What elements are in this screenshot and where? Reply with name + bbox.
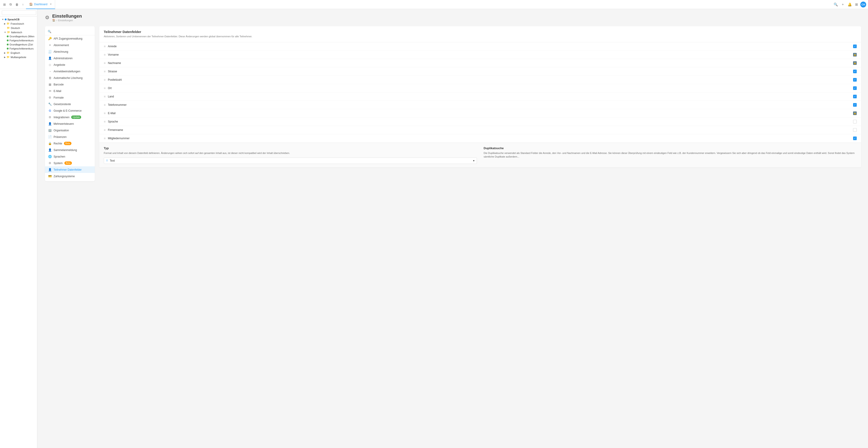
drag-handle-icon[interactable]: ≡: [104, 78, 105, 82]
nav-item-integrationen[interactable]: ⚙ Integrationen Update: [45, 114, 95, 121]
anmelde-icon: →: [48, 70, 52, 73]
tree-item-italienisch[interactable]: ▼ 📁 Italienisch: [0, 30, 37, 34]
field-row-strasse: ≡ Strasse ✓: [99, 67, 861, 76]
tab-dashboard[interactable]: 🏠 Dashboard ✕: [26, 0, 55, 9]
drag-handle-icon[interactable]: ≡: [104, 136, 105, 140]
nav-item-barcode[interactable]: ▦ Barcode: [45, 81, 95, 88]
add-icon-btn[interactable]: ＋: [840, 1, 845, 7]
nav-item-system[interactable]: ⚙ System Beta: [45, 160, 95, 166]
nav-item-administratoren[interactable]: 👤 Administratoren: [45, 55, 95, 62]
navigate-up-btn[interactable]: ↑: [21, 2, 25, 7]
nav-item-email[interactable]: ✉ E-Mail: [45, 88, 95, 94]
participant-fields-card: Teilnehmer Datenfelder Aktivieren, Sorti…: [99, 26, 861, 167]
field-checkbox-ort[interactable]: ✓: [853, 86, 857, 90]
nav-item-google[interactable]: G Google & E-Commerce: [45, 107, 95, 114]
drag-handle-icon[interactable]: ≡: [104, 61, 105, 65]
field-checkbox-strasse[interactable]: ✓: [853, 70, 857, 73]
field-checkbox-telefon[interactable]: ✓: [853, 103, 857, 107]
drag-handle-icon[interactable]: ≡: [104, 95, 105, 98]
trash-icon-btn[interactable]: 🗑: [14, 2, 20, 7]
tree-label-grundlagenkurs-zueri: Grundlagenkurs (Züri: [9, 43, 33, 46]
beta-badge-rechte: Beta: [64, 142, 71, 145]
nav-item-abonnement[interactable]: ≡ Abonnement: [45, 42, 95, 49]
drag-handle-icon[interactable]: ≡: [104, 53, 105, 57]
tabs-area: 🏠 Dashboard ✕: [26, 0, 832, 9]
apps-icon-btn[interactable]: ⊞: [854, 2, 859, 7]
chevron-down-icon: ▼: [4, 31, 6, 33]
type-select-dropdown[interactable]: T Text ▾: [104, 158, 477, 164]
chevron-down-icon: ▼: [2, 18, 4, 21]
nav-item-sammel[interactable]: 👤 Sammelanmeldung: [45, 147, 95, 153]
drag-handle-icon[interactable]: ≡: [104, 128, 105, 132]
field-row-sprache: ≡ Sprache: [99, 118, 861, 126]
field-checkbox-firmenname[interactable]: [853, 128, 857, 132]
drag-handle-icon[interactable]: ≡: [104, 103, 105, 107]
field-row-anrede: ≡ Anrede ✓: [99, 42, 861, 51]
nav-item-loeschung[interactable]: 🗑 Automatische Löschung: [45, 74, 95, 81]
drag-handle-icon[interactable]: ≡: [104, 111, 105, 115]
copy-icon-btn[interactable]: ⧉: [8, 2, 13, 7]
zahlung-icon: 💳: [48, 174, 52, 178]
nav-label-praesenzen: Präsenzen: [54, 135, 66, 138]
avatar[interactable]: CH: [860, 2, 866, 7]
drag-handle-icon[interactable]: ≡: [104, 120, 105, 123]
nav-item-rechte[interactable]: 🔒 Rechte Beta: [45, 140, 95, 147]
drag-handle-icon[interactable]: ≡: [104, 44, 105, 48]
nav-item-sprachen[interactable]: 🌐 Sprachen: [45, 153, 95, 160]
nav-item-angebote[interactable]: ◇ Angebote: [45, 62, 95, 68]
nav-item-formate[interactable]: ⚙ Formate: [45, 94, 95, 101]
sidebar-search-input[interactable]: [2, 10, 36, 15]
field-checkbox-vorname[interactable]: 🔒: [853, 53, 857, 57]
tree-item-fortgeschrittenenkurs-2[interactable]: Fortgeschrittenenkurs: [0, 46, 37, 51]
nav-item-organisation[interactable]: 🏢 Organisation: [45, 127, 95, 134]
nav-label-rechte: Rechte: [54, 142, 62, 145]
tree-item-multiangebote[interactable]: ▶ 📁 Multiangebote: [0, 55, 37, 59]
formate-icon: ⚙: [48, 96, 52, 99]
main-content: ⚙ Einstellungen 🏠 › Einstellungen 🔍: [38, 9, 868, 448]
tree-item-deutsch[interactable]: 📁 Deutsch: [0, 26, 37, 30]
field-checkbox-email[interactable]: 🔒: [853, 111, 857, 115]
field-checkbox-sprache[interactable]: [853, 120, 857, 123]
grid-icon-btn[interactable]: ⊞: [2, 2, 7, 7]
nav-item-mehrwert[interactable]: 👤 Mehrwertsteuern: [45, 121, 95, 127]
nav-item-abrechnung[interactable]: 🧾 Abrechnung: [45, 49, 95, 55]
sidebar: 🔍 ▼ SprachCB ▶ 📁 Französisch 📁 Deutsch: [0, 9, 37, 448]
chevron-right-icon: ▶: [4, 52, 6, 54]
sammel-icon: 👤: [48, 148, 52, 152]
organisation-icon: 🏢: [48, 129, 52, 132]
nav-item-praesenzen[interactable]: 📄 Präsenzen: [45, 134, 95, 140]
search-icon-btn[interactable]: 🔍: [833, 2, 839, 7]
tree-item-grundlagenkurs-zueri[interactable]: Grundlagenkurs (Züri: [0, 42, 37, 46]
sidebar-search-area: 🔍: [0, 9, 37, 17]
settings-layout: 🔍 🔑 API Zugangsverwaltung ≡ Abonnement 🧾…: [45, 26, 861, 181]
drag-handle-icon[interactable]: ≡: [104, 70, 105, 73]
nav-label-sammel: Sammelanmeldung: [54, 149, 77, 152]
nav-item-gesetze[interactable]: 🔧 Gesetzestexte: [45, 101, 95, 107]
nav-item-anmelde[interactable]: → Anmeldeeinstellungen: [45, 68, 95, 74]
duplikat-title: Duplikatsuche: [484, 147, 857, 150]
field-name-ort: Ort: [108, 87, 851, 90]
topbar-left: ⊞ ⧉ 🗑 ↑: [2, 2, 25, 7]
field-checkbox-postleitzahl[interactable]: ✓: [853, 78, 857, 82]
drag-handle-icon[interactable]: ≡: [104, 86, 105, 90]
field-checkbox-anrede[interactable]: ✓: [853, 44, 857, 48]
nav-item-api[interactable]: 🔑 API Zugangsverwaltung: [45, 35, 95, 42]
field-row-firmenname: ≡ Firmenname: [99, 126, 861, 134]
bell-icon-btn[interactable]: 🔔: [847, 2, 853, 7]
settings-page: ⚙ Einstellungen 🏠 › Einstellungen 🔍: [38, 9, 868, 448]
tree-item-sprachcb[interactable]: ▼ SprachCB: [0, 18, 37, 22]
nav-label-formate: Formate: [54, 96, 64, 99]
field-checkbox-land[interactable]: ✓: [853, 95, 857, 98]
tree-item-grundlagenkurs-wien[interactable]: Grundlagenkurs (Wien: [0, 34, 37, 38]
tree-item-englisch[interactable]: ▶ 📁 Englisch: [0, 51, 37, 55]
tree-item-franzoesisch[interactable]: ▶ 📁 Französisch: [0, 22, 37, 26]
field-checkbox-nachname[interactable]: 🔒: [853, 61, 857, 65]
field-checkbox-mitglied[interactable]: ✓: [853, 136, 857, 140]
nav-item-zahlung[interactable]: 💳 Zahlungssysteme: [45, 173, 95, 180]
nav-label-gesetze: Gesetzestexte: [54, 103, 71, 106]
tab-close-icon[interactable]: ✕: [50, 3, 52, 6]
settings-search-input[interactable]: [53, 30, 92, 33]
gesetze-icon: 🔧: [48, 102, 52, 106]
nav-item-teilnehmer[interactable]: 👤 Teilnehmer Datenfelder: [45, 166, 95, 173]
tree-item-fortgeschrittenenkurs-1[interactable]: Fortgeschrittenenkurs: [0, 38, 37, 42]
